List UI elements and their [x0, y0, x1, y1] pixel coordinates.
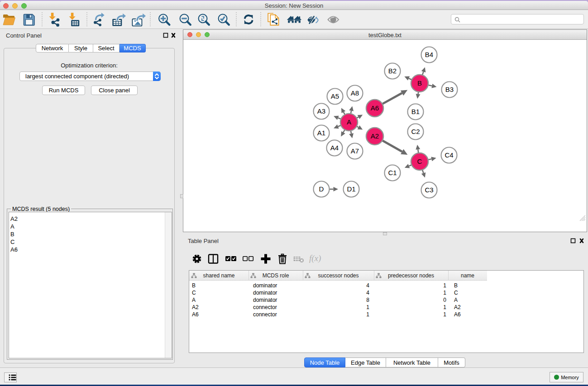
- svg-text:A: A: [347, 118, 351, 126]
- svg-text:C1: C1: [388, 169, 397, 176]
- svg-text:D1: D1: [347, 185, 355, 193]
- svg-text:C3: C3: [425, 186, 433, 194]
- svg-text:B: B: [417, 79, 422, 87]
- svg-text:A6: A6: [371, 104, 379, 112]
- svg-text:A5: A5: [331, 92, 339, 100]
- svg-text:B4: B4: [425, 51, 433, 58]
- svg-text:B3: B3: [445, 86, 454, 93]
- svg-text:A2: A2: [371, 132, 379, 140]
- svg-text:A4: A4: [330, 144, 339, 152]
- svg-text:C2: C2: [411, 128, 420, 135]
- svg-text:A3: A3: [317, 107, 325, 115]
- svg-text:C4: C4: [445, 151, 453, 159]
- svg-text:A7: A7: [351, 147, 359, 155]
- svg-text:C: C: [417, 157, 422, 165]
- svg-text:A8: A8: [351, 89, 359, 97]
- svg-text:D: D: [319, 185, 324, 193]
- svg-text:B1: B1: [411, 108, 420, 115]
- svg-text:B2: B2: [388, 67, 397, 75]
- svg-text:A1: A1: [317, 129, 325, 137]
